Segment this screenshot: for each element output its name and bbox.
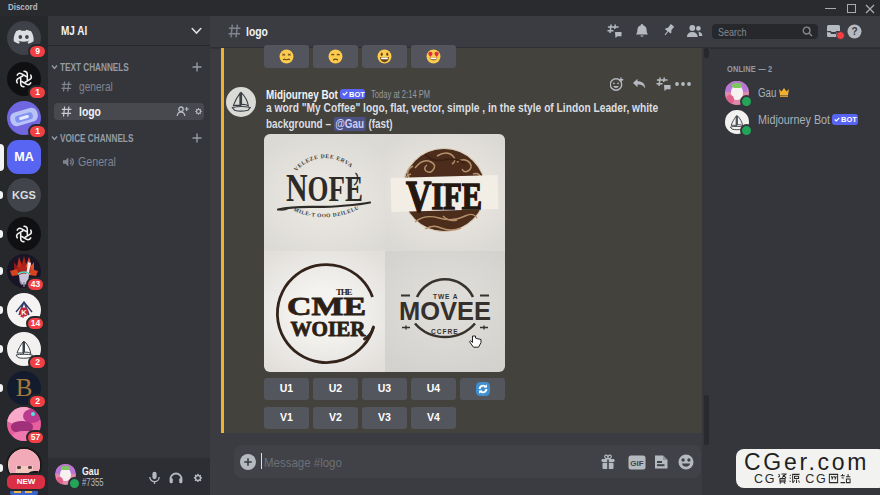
svg-text:MOVEE: MOVEE	[399, 297, 491, 325]
svg-text:NOFE: NOFE	[286, 165, 363, 210]
svg-text:WOIER: WOIER	[290, 317, 366, 339]
svg-text:?: ?	[851, 26, 857, 37]
svg-text:VIFE: VIFE	[406, 171, 482, 220]
svg-text:GIF: GIF	[630, 459, 643, 468]
svg-text:CCFRE: CCFRE	[431, 328, 459, 335]
svg-text:CME: CME	[287, 292, 366, 319]
